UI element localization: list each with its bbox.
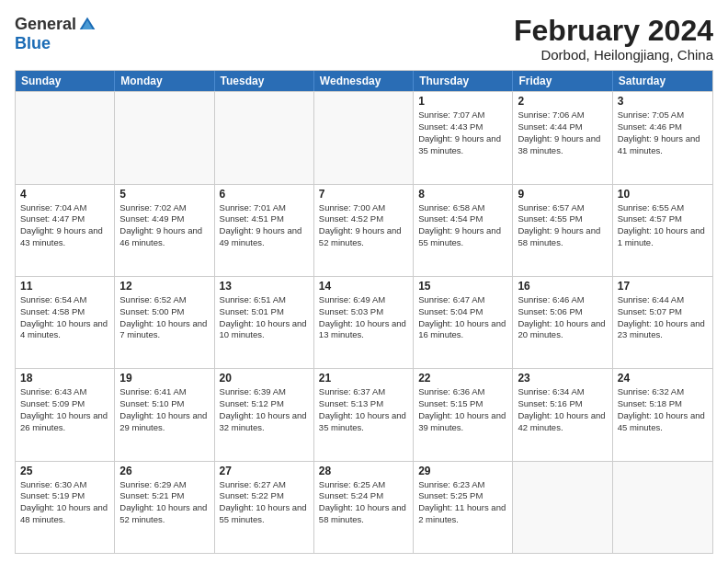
day-info: Sunrise: 6:47 AMSunset: 5:04 PMDaylight:… [418, 294, 507, 341]
day-info: Sunrise: 6:52 AMSunset: 5:00 PMDaylight:… [119, 294, 209, 341]
day-number: 22 [418, 372, 507, 385]
day-number: 25 [20, 465, 109, 477]
calendar-cell: 16Sunrise: 6:46 AMSunset: 5:06 PMDayligh… [513, 277, 612, 368]
calendar-row: 11Sunrise: 6:54 AMSunset: 4:58 PMDayligh… [16, 276, 712, 368]
day-info: Sunrise: 7:07 AMSunset: 4:43 PMDaylight:… [418, 109, 507, 156]
header-saturday: Saturday [613, 71, 712, 91]
day-info: Sunrise: 6:27 AMSunset: 5:22 PMDaylight:… [220, 479, 309, 526]
day-info: Sunrise: 6:30 AMSunset: 5:19 PMDaylight:… [20, 479, 109, 526]
day-number: 10 [618, 188, 708, 201]
calendar-cell [115, 92, 214, 183]
day-info: Sunrise: 7:02 AMSunset: 4:49 PMDaylight:… [119, 202, 209, 249]
day-info: Sunrise: 6:36 AMSunset: 5:15 PMDaylight:… [418, 386, 507, 433]
calendar-row: 25Sunrise: 6:30 AMSunset: 5:19 PMDayligh… [16, 461, 712, 553]
day-number: 21 [319, 372, 408, 385]
calendar-cell: 17Sunrise: 6:44 AMSunset: 5:07 PMDayligh… [613, 277, 712, 368]
calendar-body: 1Sunrise: 7:07 AMSunset: 4:43 PMDaylight… [16, 91, 712, 553]
calendar-cell [314, 92, 414, 183]
calendar-cell: 1Sunrise: 7:07 AMSunset: 4:43 PMDaylight… [414, 92, 513, 183]
day-info: Sunrise: 6:43 AMSunset: 5:09 PMDaylight:… [20, 386, 109, 433]
day-info: Sunrise: 6:44 AMSunset: 5:07 PMDaylight:… [618, 294, 708, 341]
calendar-cell: 8Sunrise: 6:58 AMSunset: 4:54 PMDaylight… [414, 185, 513, 276]
day-number: 8 [418, 188, 507, 201]
day-number: 16 [518, 280, 607, 293]
calendar-row: 1Sunrise: 7:07 AMSunset: 4:43 PMDaylight… [16, 91, 712, 183]
location-title: Dorbod, Heilongjiang, China [514, 47, 713, 63]
month-title: February 2024 [514, 15, 713, 47]
day-number: 17 [618, 280, 708, 293]
calendar-cell: 27Sunrise: 6:27 AMSunset: 5:22 PMDayligh… [215, 462, 314, 553]
day-info: Sunrise: 7:01 AMSunset: 4:51 PMDaylight:… [220, 202, 309, 249]
header-monday: Monday [115, 71, 214, 91]
day-number: 11 [20, 280, 109, 293]
header-friday: Friday [513, 71, 612, 91]
day-number: 3 [618, 95, 708, 108]
day-number: 18 [20, 372, 109, 385]
day-number: 14 [319, 280, 408, 293]
calendar-cell: 29Sunrise: 6:23 AMSunset: 5:25 PMDayligh… [414, 462, 513, 553]
day-number: 28 [319, 465, 408, 477]
calendar-cell: 13Sunrise: 6:51 AMSunset: 5:01 PMDayligh… [215, 277, 314, 368]
calendar-cell: 22Sunrise: 6:36 AMSunset: 5:15 PMDayligh… [414, 369, 513, 460]
calendar-cell: 15Sunrise: 6:47 AMSunset: 5:04 PMDayligh… [414, 277, 513, 368]
calendar-cell: 21Sunrise: 6:37 AMSunset: 5:13 PMDayligh… [314, 369, 414, 460]
calendar-cell: 4Sunrise: 7:04 AMSunset: 4:47 PMDaylight… [16, 185, 115, 276]
day-number: 5 [119, 188, 209, 201]
day-number: 15 [418, 280, 507, 293]
logo-blue-text: Blue [15, 34, 51, 53]
day-info: Sunrise: 6:39 AMSunset: 5:12 PMDaylight:… [220, 386, 309, 433]
calendar-cell: 3Sunrise: 7:05 AMSunset: 4:46 PMDaylight… [613, 92, 712, 183]
logo-icon [78, 16, 97, 34]
page: General Blue February 2024 Dorbod, Heilo… [0, 0, 728, 563]
day-info: Sunrise: 7:05 AMSunset: 4:46 PMDaylight:… [618, 109, 708, 156]
day-info: Sunrise: 7:04 AMSunset: 4:47 PMDaylight:… [20, 202, 109, 249]
calendar-row: 4Sunrise: 7:04 AMSunset: 4:47 PMDaylight… [16, 184, 712, 276]
day-number: 19 [119, 372, 209, 385]
header: General Blue February 2024 Dorbod, Heilo… [15, 15, 713, 63]
day-number: 27 [220, 465, 309, 477]
day-info: Sunrise: 6:54 AMSunset: 4:58 PMDaylight:… [20, 294, 109, 341]
day-info: Sunrise: 6:55 AMSunset: 4:57 PMDaylight:… [618, 202, 708, 249]
day-info: Sunrise: 6:23 AMSunset: 5:25 PMDaylight:… [418, 479, 507, 526]
day-number: 6 [220, 188, 309, 201]
calendar-cell: 18Sunrise: 6:43 AMSunset: 5:09 PMDayligh… [16, 369, 115, 460]
calendar-cell: 5Sunrise: 7:02 AMSunset: 4:49 PMDaylight… [115, 185, 214, 276]
calendar-cell: 25Sunrise: 6:30 AMSunset: 5:19 PMDayligh… [16, 462, 115, 553]
calendar-cell: 24Sunrise: 6:32 AMSunset: 5:18 PMDayligh… [613, 369, 712, 460]
day-info: Sunrise: 6:49 AMSunset: 5:03 PMDaylight:… [319, 294, 408, 341]
calendar-cell: 11Sunrise: 6:54 AMSunset: 4:58 PMDayligh… [16, 277, 115, 368]
calendar-cell [613, 462, 712, 553]
calendar-cell: 10Sunrise: 6:55 AMSunset: 4:57 PMDayligh… [613, 185, 712, 276]
day-info: Sunrise: 6:37 AMSunset: 5:13 PMDaylight:… [319, 386, 408, 433]
calendar-cell: 20Sunrise: 6:39 AMSunset: 5:12 PMDayligh… [215, 369, 314, 460]
day-info: Sunrise: 6:58 AMSunset: 4:54 PMDaylight:… [418, 202, 507, 249]
day-info: Sunrise: 7:06 AMSunset: 4:44 PMDaylight:… [518, 109, 607, 156]
day-number: 4 [20, 188, 109, 201]
day-number: 13 [220, 280, 309, 293]
header-wednesday: Wednesday [314, 71, 414, 91]
calendar-cell: 26Sunrise: 6:29 AMSunset: 5:21 PMDayligh… [115, 462, 214, 553]
logo: General Blue [15, 15, 97, 53]
header-tuesday: Tuesday [215, 71, 314, 91]
calendar: Sunday Monday Tuesday Wednesday Thursday… [15, 70, 713, 554]
day-number: 26 [119, 465, 209, 477]
calendar-cell [513, 462, 612, 553]
calendar-cell [215, 92, 314, 183]
title-block: February 2024 Dorbod, Heilongjiang, Chin… [514, 15, 713, 63]
calendar-cell: 14Sunrise: 6:49 AMSunset: 5:03 PMDayligh… [314, 277, 414, 368]
day-info: Sunrise: 6:32 AMSunset: 5:18 PMDaylight:… [618, 386, 708, 433]
day-info: Sunrise: 6:25 AMSunset: 5:24 PMDaylight:… [319, 479, 408, 526]
day-number: 23 [518, 372, 607, 385]
day-info: Sunrise: 6:29 AMSunset: 5:21 PMDaylight:… [119, 479, 209, 526]
day-number: 9 [518, 188, 607, 201]
day-number: 1 [418, 95, 507, 108]
calendar-cell: 23Sunrise: 6:34 AMSunset: 5:16 PMDayligh… [513, 369, 612, 460]
calendar-cell: 6Sunrise: 7:01 AMSunset: 4:51 PMDaylight… [215, 185, 314, 276]
day-number: 29 [418, 465, 507, 477]
day-info: Sunrise: 6:46 AMSunset: 5:06 PMDaylight:… [518, 294, 607, 341]
logo-general-text: General [15, 15, 76, 34]
calendar-cell: 19Sunrise: 6:41 AMSunset: 5:10 PMDayligh… [115, 369, 214, 460]
day-number: 12 [119, 280, 209, 293]
day-number: 20 [220, 372, 309, 385]
day-number: 24 [618, 372, 708, 385]
